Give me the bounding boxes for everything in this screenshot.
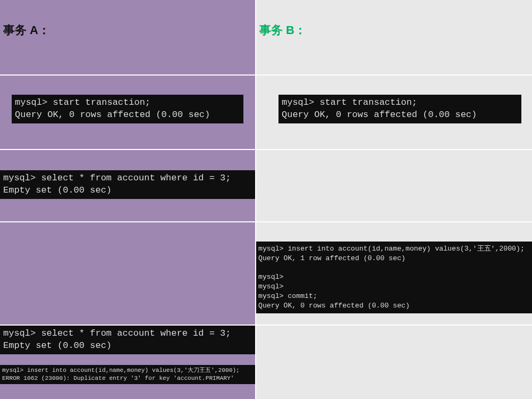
terminal-b-insert: mysql> insert into account(id,name,money… — [256, 242, 532, 313]
transaction-a-label: 事务 A： — [3, 22, 255, 38]
terminal-a-select2: mysql> select * from account where id = … — [0, 326, 255, 354]
terminal-a-start: mysql> start transaction; Query OK, 0 ro… — [12, 95, 243, 123]
header-cell-b: 事务 B： — [256, 0, 532, 74]
cell-b-start: mysql> start transaction; Query OK, 0 ro… — [256, 76, 532, 149]
cell-a-row5: mysql> select * from account where id = … — [0, 326, 255, 399]
cell-a-select1: mysql> select * from account where id = … — [0, 150, 255, 221]
cell-b-insert: mysql> insert into account(id,name,money… — [256, 222, 532, 325]
cell-a-start: mysql> start transaction; Query OK, 0 ro… — [0, 76, 255, 149]
cell-b-row3-empty — [256, 150, 532, 221]
cell-b-row5-empty — [256, 326, 532, 399]
transaction-b-label: 事务 B： — [259, 22, 532, 38]
terminal-b-start: mysql> start transaction; Query OK, 0 ro… — [278, 95, 521, 123]
cell-a-row4-empty — [0, 222, 255, 325]
comparison-grid: 事务 A： 事务 B： mysql> start transaction; Qu… — [0, 0, 532, 399]
terminal-a-select1: mysql> select * from account where id = … — [0, 170, 255, 199]
terminal-a-insert-error: mysql> insert into account(id,name,money… — [0, 365, 255, 384]
header-cell-a: 事务 A： — [0, 0, 255, 74]
